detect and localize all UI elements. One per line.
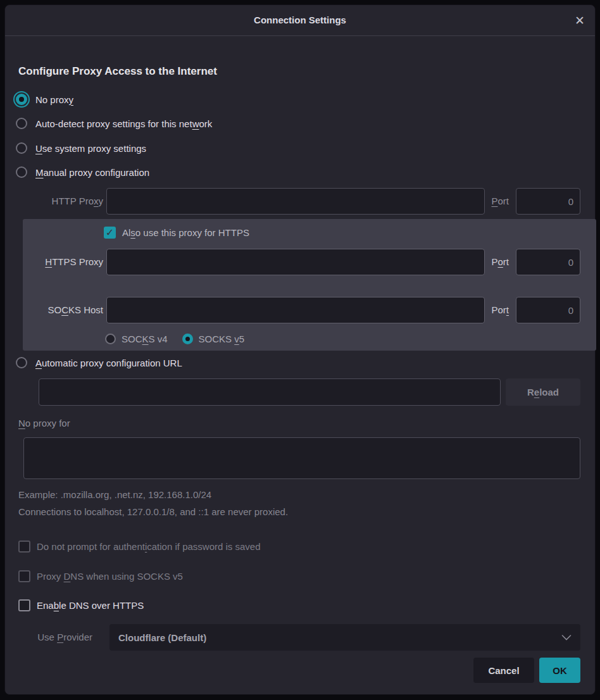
radio-socks-v5[interactable] <box>182 334 193 344</box>
http-proxy-input[interactable] <box>106 188 485 215</box>
radio-row-auto-detect[interactable]: Auto-detect proxy settings for this netw… <box>16 115 212 132</box>
use-provider-label: Use Provider <box>18 624 92 651</box>
socks-host-label: SOCKS Host <box>21 297 103 323</box>
radio-auto-detect[interactable] <box>16 118 27 129</box>
radio-no-proxy-label: No proxy <box>35 94 73 105</box>
no-prompt-auth-row[interactable]: Do not prompt for authentication if pass… <box>18 540 261 553</box>
also-https-checkbox[interactable]: ✓ <box>104 227 116 239</box>
titlebar: Connection Settings ✕ <box>5 5 595 36</box>
http-port-label: Port <box>484 188 509 215</box>
reload-button[interactable]: Reload <box>506 378 580 406</box>
http-proxy-label: HTTP Proxy <box>21 188 103 215</box>
also-https-row[interactable]: ✓ Also use this proxy for HTTPS <box>104 226 249 239</box>
no-proxy-for-label: No proxy for <box>18 418 70 428</box>
https-socks-highlight-band <box>23 219 596 351</box>
provider-dropdown-value: Cloudflare (Default) <box>118 632 206 643</box>
dialog-title: Connection Settings <box>5 5 595 35</box>
enable-doh-row[interactable]: Enable DNS over HTTPS <box>18 599 144 611</box>
proxy-dns-socks5-label: Proxy DNS when using SOCKS v5 <box>37 571 183 582</box>
also-https-label: Also use this proxy for HTTPS <box>122 227 249 238</box>
proxy-dns-socks5-checkbox[interactable] <box>18 570 30 582</box>
https-proxy-label: HTTPS Proxy <box>21 249 103 275</box>
no-prompt-auth-checkbox[interactable] <box>18 541 30 553</box>
radio-socks-v5-label: SOCKS v5 <box>199 334 245 344</box>
radio-system-proxy-label: Use system proxy settings <box>35 143 146 154</box>
autoconfig-url-input[interactable] <box>39 378 501 406</box>
radio-system-proxy[interactable] <box>16 142 27 154</box>
provider-dropdown[interactable]: Cloudflare (Default) <box>109 624 580 651</box>
https-port-input[interactable] <box>516 249 580 275</box>
ok-button[interactable]: OK <box>539 658 580 683</box>
radio-row-no-proxy[interactable]: No proxy <box>16 91 73 108</box>
http-port-input[interactable] <box>516 188 580 215</box>
reload-button-label: Reload <box>527 387 559 397</box>
radio-row-autoconfig[interactable]: Automatic proxy configuration URL <box>16 354 182 371</box>
socks-version-group: SOCKS v4 SOCKS v5 <box>105 332 244 345</box>
enable-doh-checkbox[interactable] <box>18 599 30 611</box>
enable-doh-label: Enable DNS over HTTPS <box>37 600 144 611</box>
radio-socks-v4[interactable] <box>105 334 116 344</box>
socks-port-label: Port <box>484 297 509 323</box>
page-title: Configure Proxy Access to the Internet <box>18 65 217 78</box>
cancel-button-label: Cancel <box>488 665 519 676</box>
socks-port-input[interactable] <box>516 297 580 323</box>
radio-auto-detect-label: Auto-detect proxy settings for this netw… <box>35 118 212 129</box>
screen: { "colors": { "accent": "#1b99a9", "dial… <box>0 0 600 700</box>
no-proxy-note-text: Connections to localhost, 127.0.0.1/8, a… <box>18 506 288 517</box>
radio-row-manual-proxy[interactable]: Manual proxy configuration <box>16 164 149 180</box>
close-icon[interactable]: ✕ <box>571 11 589 29</box>
proxy-dns-socks5-row[interactable]: Proxy DNS when using SOCKS v5 <box>18 570 183 582</box>
radio-manual-proxy[interactable] <box>16 166 27 178</box>
cancel-button[interactable]: Cancel <box>473 658 534 683</box>
no-proxy-example-text: Example: .mozilla.org, .net.nz, 192.168.… <box>18 489 211 500</box>
connection-settings-dialog: Connection Settings ✕ Configure Proxy Ac… <box>4 4 596 695</box>
socks-host-input[interactable] <box>106 297 485 323</box>
chevron-down-icon <box>561 635 572 641</box>
radio-autoconfig[interactable] <box>16 357 27 368</box>
radio-autoconfig-label: Automatic proxy configuration URL <box>35 358 182 368</box>
no-proxy-for-textarea[interactable] <box>23 437 580 479</box>
radio-row-system-proxy[interactable]: Use system proxy settings <box>16 140 146 156</box>
radio-no-proxy[interactable] <box>16 94 27 105</box>
https-proxy-input[interactable] <box>106 249 485 275</box>
radio-manual-proxy-label: Manual proxy configuration <box>35 167 149 178</box>
radio-socks-v4-label: SOCKS v4 <box>122 334 168 344</box>
ok-button-label: OK <box>553 665 567 676</box>
no-prompt-auth-label: Do not prompt for authentication if pass… <box>37 541 261 552</box>
https-port-label: Port <box>484 249 509 275</box>
